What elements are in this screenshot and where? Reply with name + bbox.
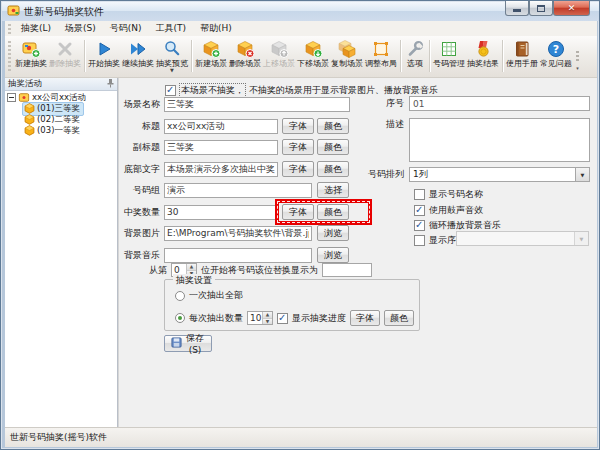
description-textarea[interactable] xyxy=(409,118,590,162)
chevron-down-icon[interactable]: ▼ xyxy=(575,168,589,181)
winner-count-input[interactable] xyxy=(164,205,278,220)
show-number-name-checkbox[interactable] xyxy=(414,189,425,200)
bottom-text-font-button[interactable]: 字体 xyxy=(282,161,314,177)
maximize-button[interactable] xyxy=(529,1,553,16)
app-icon xyxy=(7,2,20,21)
draw-all-label: 一次抽出全部 xyxy=(189,289,243,302)
toolbar-adjust-layout[interactable]: 调整布局 xyxy=(364,36,398,68)
draw-batch-label: 每次抽出数量 xyxy=(189,312,243,325)
sidebar-panel: 抽奖活动 xx公司xx活动 (01)三等奖 (02)二等奖 xyxy=(5,78,118,427)
menu-scene[interactable]: 场景(S) xyxy=(58,21,103,36)
loop-music-checkbox[interactable] xyxy=(414,220,425,231)
new-draw-icon xyxy=(21,38,41,59)
menu-draw[interactable]: 抽奖(L) xyxy=(14,21,58,36)
toolbar-new-draw[interactable]: 新建抽奖 xyxy=(14,36,48,68)
continue-draw-icon xyxy=(128,38,148,59)
number-arrange-combo[interactable]: 1列 ▼ xyxy=(409,167,590,182)
save-label: 保存(S) xyxy=(185,332,205,355)
batch-count-stepper[interactable]: 10 ▲▼ xyxy=(247,311,273,325)
draw-all-radio[interactable] xyxy=(175,291,185,301)
title-color-button[interactable]: 颜色 xyxy=(317,118,349,134)
toolbar-separator xyxy=(429,40,430,72)
collapse-icon[interactable] xyxy=(7,93,16,102)
background-music-input[interactable] xyxy=(164,248,312,263)
toolbar-delete-scene[interactable]: 删除场景 xyxy=(228,36,262,68)
show-progress-checkbox[interactable] xyxy=(277,313,288,324)
title-input[interactable] xyxy=(164,119,278,134)
arrange-label: 号码排列 xyxy=(364,168,404,181)
toolbar-separator xyxy=(84,40,85,72)
toolbar-copy-scene[interactable]: 复制场景 xyxy=(330,36,364,68)
number-group-input[interactable] xyxy=(164,183,312,198)
bottom-text-color-button[interactable]: 颜色 xyxy=(317,161,349,177)
progress-color-button[interactable]: 颜色 xyxy=(384,310,414,326)
save-icon xyxy=(171,337,182,350)
status-text: 世新号码抽奖(摇号)软件 xyxy=(10,431,107,444)
title-font-button[interactable]: 字体 xyxy=(282,118,314,134)
menu-help[interactable]: 帮助(H) xyxy=(193,21,239,36)
delete-scene-icon xyxy=(235,38,255,59)
toolbar-move-down-scene[interactable]: 下移场景 xyxy=(296,36,330,68)
drum-sound-checkbox[interactable] xyxy=(414,205,425,216)
toolbar-user-manual[interactable]: 使用手册 xyxy=(505,36,539,68)
title-label: 标题 xyxy=(119,120,160,133)
subtitle-font-button[interactable]: 字体 xyxy=(282,139,314,155)
subtitle-color-button[interactable]: 颜色 xyxy=(317,139,349,155)
subtitle-label: 副标题 xyxy=(119,141,160,154)
number-manage-icon xyxy=(439,38,459,59)
toolbar-number-manage[interactable]: 号码管理 xyxy=(432,36,466,68)
scene-tree: xx公司xx活动 (01)三等奖 (02)二等奖 (03)一等奖 xyxy=(5,92,117,136)
save-button[interactable]: 保存(S) xyxy=(164,335,212,352)
number-group-label: 号码组 xyxy=(119,184,160,197)
bottom-text-label: 底部文字 xyxy=(119,163,160,176)
bottom-text-input[interactable] xyxy=(164,162,278,177)
description-label: 描述 xyxy=(364,118,404,131)
number-group-select-button[interactable]: 选择 xyxy=(317,182,349,198)
spin-down-icon[interactable]: ▼ xyxy=(263,319,272,325)
toolbar-options[interactable]: 选项 xyxy=(403,36,427,68)
sidebar-title: 抽奖活动 xyxy=(8,78,42,90)
winner-count-font-button[interactable]: 字体 xyxy=(282,204,314,220)
scene-name-input[interactable] xyxy=(164,97,350,112)
scene-form: 本场景不抽奖， 不抽奖的场景用于显示背景图片、播放背景音乐 场景名称 标题 字体… xyxy=(118,78,597,427)
window-title: 世新号码抽奖软件 xyxy=(24,5,104,19)
scene-hex-icon xyxy=(24,125,35,136)
sequence-input[interactable] xyxy=(409,96,590,111)
toolbar-continue-draw[interactable]: 继续抽奖 xyxy=(121,36,155,68)
subtitle-input[interactable] xyxy=(164,140,278,155)
toolbar-new-scene[interactable]: 新建场景 xyxy=(194,36,228,68)
replace-text-input[interactable] xyxy=(322,263,372,277)
progress-font-button[interactable]: 字体 xyxy=(350,310,380,326)
tree-item[interactable]: (03)一等奖 xyxy=(5,125,117,136)
toolbar-preview-draw[interactable]: 抽奖预览 ▼ xyxy=(155,36,189,73)
pin-icon[interactable] xyxy=(106,78,115,90)
status-bar: 世新号码抽奖(摇号)软件 xyxy=(5,427,597,447)
show-sequence-checkbox[interactable] xyxy=(414,235,425,246)
app-window: 世新号码抽奖软件 ✕ 抽奖(L) 场景(S) 号码(N) 工具(T) 帮助(H)… xyxy=(0,0,600,450)
no-draw-checkbox[interactable] xyxy=(165,85,176,96)
toolbar-faq[interactable]: ? 常见问题 xyxy=(539,36,573,68)
toolbar: 新建抽奖 删除抽奖 开始抽奖 继续抽奖 抽奖预览 ▼ 新建场景 删除场景 xyxy=(5,36,597,78)
draw-batch-radio[interactable] xyxy=(175,313,185,323)
background-image-input[interactable] xyxy=(164,226,312,241)
background-image-browse-button[interactable]: 浏览 xyxy=(317,225,349,241)
close-button[interactable]: ✕ xyxy=(553,1,590,16)
preview-draw-icon xyxy=(162,38,182,59)
replace-prefix-label: 从第 xyxy=(149,264,167,277)
background-music-browse-button[interactable]: 浏览 xyxy=(317,247,349,263)
chevron-down-icon: ▼ xyxy=(574,232,588,245)
toolbar-draw-results[interactable]: 抽奖结果 xyxy=(466,36,500,68)
new-scene-icon xyxy=(201,38,221,59)
faq-icon: ? xyxy=(546,38,566,59)
menu-gripper xyxy=(8,24,11,34)
toolbar-start-draw[interactable]: 开始抽奖 xyxy=(87,36,121,68)
adjust-layout-icon xyxy=(371,38,391,59)
close-icon: ✕ xyxy=(568,4,576,13)
menu-number[interactable]: 号码(N) xyxy=(103,21,149,36)
menu-bar: 抽奖(L) 场景(S) 号码(N) 工具(T) 帮助(H) xyxy=(5,21,597,36)
menu-tools[interactable]: 工具(T) xyxy=(149,21,194,36)
minimize-button[interactable] xyxy=(505,1,529,16)
winner-count-color-button[interactable]: 颜色 xyxy=(317,204,349,220)
toolbar-overflow-button[interactable]: ▾ xyxy=(574,41,581,71)
svg-text:?: ? xyxy=(553,42,559,55)
